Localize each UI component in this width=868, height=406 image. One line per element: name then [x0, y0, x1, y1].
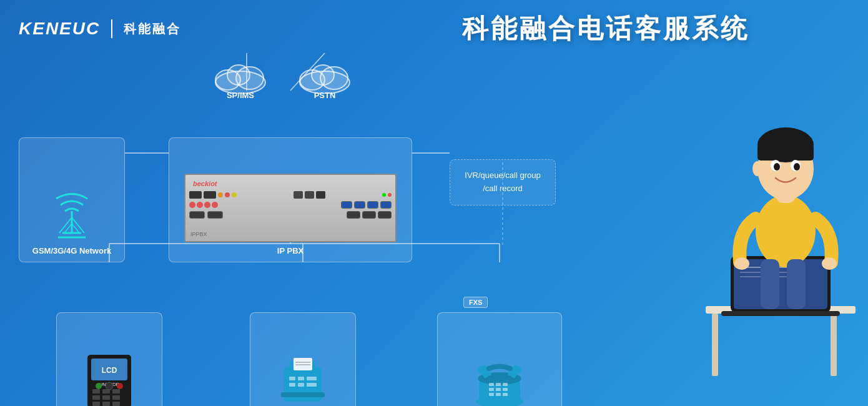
- svg-rect-74: [712, 314, 718, 376]
- svg-rect-56: [298, 377, 304, 380]
- sp-ims-label: SP/IMS: [227, 91, 254, 100]
- ivr-label: IVR/queue/call group /call record: [465, 171, 540, 193]
- traditional-phone-icon: [471, 355, 528, 406]
- pbx-brand-label: beckiot: [193, 180, 217, 187]
- svg-point-84: [822, 257, 837, 270]
- svg-rect-54: [281, 392, 325, 397]
- cloud-pstn: PSTN: [297, 56, 353, 100]
- svg-rect-75: [831, 314, 837, 376]
- svg-point-83: [734, 257, 749, 270]
- fxs-badge: FXS: [463, 297, 488, 308]
- svg-rect-41: [102, 395, 110, 400]
- fax-icon: [278, 355, 328, 406]
- svg-rect-66: [503, 383, 508, 386]
- svg-rect-37: [92, 389, 100, 394]
- svg-point-25: [312, 65, 334, 85]
- logo-area: KENEUC 科能融合: [19, 19, 181, 39]
- logo-divider: [111, 19, 112, 38]
- ippbx-box: beckiot: [169, 137, 412, 262]
- svg-rect-64: [489, 383, 494, 386]
- svg-point-82: [756, 195, 816, 267]
- svg-text:LCD: LCD: [102, 366, 117, 375]
- svg-rect-88: [757, 145, 814, 161]
- svg-point-46: [96, 383, 102, 389]
- svg-rect-67: [489, 388, 494, 391]
- pbx-hardware: beckiot: [184, 174, 397, 242]
- svg-point-47: [117, 383, 123, 389]
- pbx-model: IPPBX: [190, 231, 207, 237]
- svg-rect-94: [761, 259, 779, 309]
- svg-rect-57: [307, 377, 317, 380]
- fax-box: FAX: [250, 312, 356, 406]
- svg-rect-70: [489, 393, 494, 396]
- svg-rect-71: [496, 393, 501, 396]
- person-illustration: [693, 37, 868, 406]
- logo-text-cn: 科能融合: [124, 21, 181, 37]
- cloud-sp-ims: SP/IMS: [212, 56, 269, 100]
- svg-point-93: [752, 161, 762, 176]
- svg-rect-51: [293, 358, 312, 370]
- svg-rect-39: [112, 389, 120, 394]
- ip-phone-box: LCD UNISTOR IP Phone: [56, 312, 162, 406]
- svg-rect-72: [503, 393, 508, 396]
- gsm-label: GSM/3G/4G Network: [32, 246, 111, 255]
- gsm-tower-icon: [47, 186, 97, 242]
- svg-rect-40: [92, 395, 100, 400]
- ip-phone-icon: LCD UNISTOR: [81, 349, 137, 406]
- svg-point-17: [227, 65, 250, 85]
- pstn-label: PSTN: [314, 91, 336, 100]
- svg-point-91: [774, 163, 780, 171]
- diagram-area: SP/IMS PSTN: [0, 50, 624, 406]
- svg-rect-59: [298, 383, 304, 387]
- svg-rect-69: [503, 388, 508, 391]
- traditional-extension-box: Traditional Extension: [437, 312, 562, 406]
- svg-rect-58: [289, 383, 295, 387]
- svg-rect-55: [289, 377, 295, 380]
- svg-line-28: [59, 217, 72, 233]
- svg-rect-81: [721, 311, 840, 316]
- svg-point-92: [794, 163, 800, 171]
- svg-rect-45: [112, 402, 120, 406]
- svg-rect-60: [307, 383, 317, 387]
- logo-text-en: KENEUC: [19, 19, 100, 39]
- svg-rect-95: [787, 259, 806, 309]
- ivr-box: IVR/queue/call group /call record: [450, 159, 556, 205]
- svg-rect-43: [92, 402, 100, 406]
- svg-line-29: [72, 217, 84, 233]
- svg-rect-68: [496, 388, 501, 391]
- gsm-box: GSM/3G/4G Network: [19, 137, 125, 262]
- svg-rect-65: [496, 383, 501, 386]
- person-svg: [693, 37, 868, 406]
- svg-point-48: [106, 382, 113, 390]
- svg-rect-44: [102, 402, 110, 406]
- ippbx-label: IP PBX: [277, 246, 303, 255]
- svg-rect-42: [112, 395, 120, 400]
